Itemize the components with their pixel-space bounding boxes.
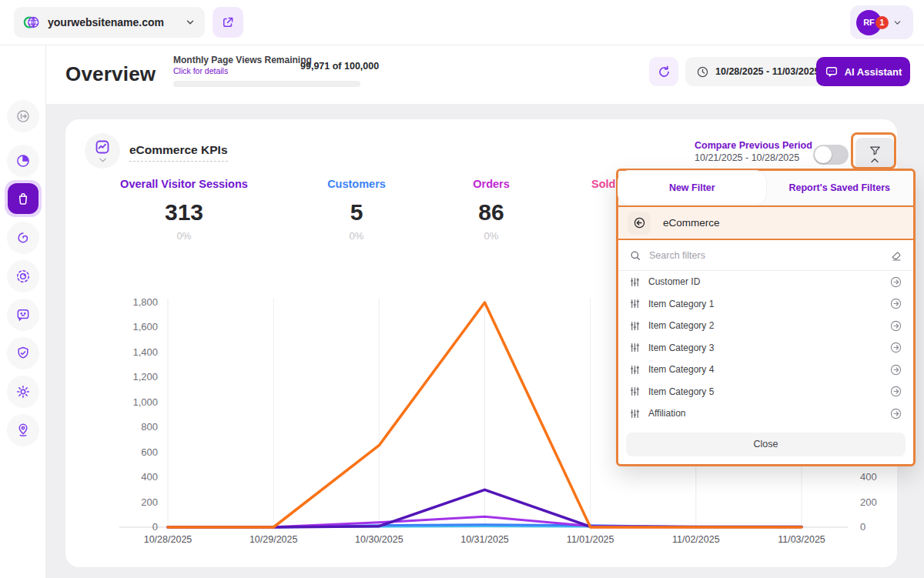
filter-item-label: Item Category 3 <box>648 342 882 353</box>
notification-badge: 1 <box>875 16 889 29</box>
sidebar-item-ecommerce[interactable] <box>5 180 42 217</box>
svg-text:200: 200 <box>141 496 158 508</box>
refresh-icon <box>657 65 671 79</box>
filter-list-item[interactable]: Affiliation <box>618 403 913 425</box>
svg-text:1,400: 1,400 <box>132 346 158 358</box>
filter-close-wrap: Close <box>618 425 913 464</box>
circle-arrow-right-icon[interactable] <box>889 363 902 376</box>
swirl-icon <box>15 230 31 246</box>
tab-saved-filters[interactable]: Report's Saved Filters <box>766 171 914 205</box>
sliders-icon <box>629 364 641 376</box>
shield-check-icon <box>15 346 31 361</box>
circle-arrow-right-icon[interactable] <box>889 319 902 332</box>
circle-arrow-left-icon <box>633 216 646 229</box>
website-selector[interactable]: yourwebsitename.com <box>14 7 205 38</box>
chat-bubble-icon <box>15 307 31 322</box>
sliders-icon <box>629 320 641 332</box>
avatar: RF 1 <box>856 10 882 35</box>
filter-item-label: Affiliation <box>648 408 882 419</box>
refresh-button[interactable] <box>649 57 678 86</box>
sidebar-item-dashboard[interactable] <box>7 145 39 177</box>
svg-text:400: 400 <box>860 471 877 483</box>
filter-panel: New Filter Report's Saved Filters eComme… <box>616 169 916 466</box>
svg-text:0: 0 <box>152 521 158 533</box>
chevron-down-icon <box>892 18 902 28</box>
app-root: yourwebsitename.com RF 1 <box>0 0 924 578</box>
tab-new-filter[interactable]: New Filter <box>618 171 766 205</box>
filter-tabs: New Filter Report's Saved Filters <box>618 171 913 205</box>
top-bar: yourwebsitename.com RF 1 <box>0 0 924 45</box>
sliders-icon <box>629 298 641 309</box>
sidebar-item-feedback[interactable] <box>7 299 39 331</box>
chevron-down-icon <box>185 17 196 28</box>
user-menu[interactable]: RF 1 <box>850 5 913 39</box>
sidebar-item-settings[interactable] <box>7 376 39 408</box>
filter-list-item[interactable]: Item Category 5 <box>618 381 913 403</box>
date-range-value: 10/28/2025 - 11/03/2025 <box>715 66 820 77</box>
filter-item-label: Customer ID <box>648 276 882 287</box>
sliders-icon <box>629 386 641 397</box>
map-pin-icon <box>15 423 31 438</box>
lens-icon <box>15 269 31 284</box>
sidebar-item-privacy[interactable] <box>7 337 39 369</box>
back-button[interactable] <box>628 212 651 235</box>
search-icon <box>629 249 641 262</box>
svg-text:400: 400 <box>141 471 158 483</box>
sliders-icon <box>629 408 641 419</box>
pie-chart-icon <box>15 153 31 169</box>
sidebar-item-locations[interactable] <box>7 414 39 446</box>
pageviews-details-link[interactable]: Click for details <box>173 66 312 75</box>
eraser-icon[interactable] <box>890 249 902 262</box>
filter-list-item[interactable]: Customer ID <box>618 271 913 293</box>
ai-assistant-label: AI Assistant <box>845 66 902 78</box>
svg-text:11/02/2025: 11/02/2025 <box>672 534 720 545</box>
chat-icon <box>825 65 839 79</box>
website-name: yourwebsitename.com <box>48 16 177 28</box>
svg-text:1,200: 1,200 <box>132 371 158 383</box>
shopping-bag-icon <box>15 191 31 206</box>
svg-text:200: 200 <box>860 496 877 508</box>
filter-list-item[interactable]: Item Category 3 <box>618 337 913 359</box>
filter-group-row: eCommerce <box>618 205 913 240</box>
svg-text:1,000: 1,000 <box>132 396 158 408</box>
filter-item-label: Item Category 1 <box>648 299 882 309</box>
circle-arrow-right-icon[interactable] <box>889 276 902 289</box>
page-header: Overview Monthly Page Views Remaining Cl… <box>46 45 924 104</box>
filter-item-label: Item Category 4 <box>648 364 882 375</box>
gear-icon <box>15 384 31 399</box>
pageviews-value: 99,971 of 100,000 <box>300 61 379 72</box>
sidebar-item-behavior[interactable] <box>7 222 39 254</box>
filter-list-item[interactable]: Item Category 2 <box>618 315 913 337</box>
svg-text:10/30/2025: 10/30/2025 <box>355 534 403 545</box>
circle-arrow-right-icon[interactable] <box>889 297 902 310</box>
circle-arrow-right-icon[interactable] <box>889 385 902 398</box>
circle-arrow-right-icon[interactable] <box>889 407 902 420</box>
filter-list: Customer ID Item Category 1 Item Categor… <box>618 271 913 425</box>
search-input[interactable] <box>649 250 882 261</box>
svg-text:0: 0 <box>860 521 865 533</box>
pageviews-block: Monthly Page Views Remaining Click for d… <box>173 55 312 75</box>
globe-icon <box>23 14 40 31</box>
filter-list-item[interactable]: Item Category 4 <box>618 359 913 381</box>
pageviews-progress-bar <box>173 81 360 87</box>
svg-text:11/03/2025: 11/03/2025 <box>778 534 825 545</box>
sidebar-nav <box>0 45 46 578</box>
filter-list-item[interactable]: Item Category 1 <box>618 293 913 316</box>
ai-assistant-button[interactable]: AI Assistant <box>816 57 910 86</box>
filter-search-row <box>618 240 913 271</box>
collapse-arrow-icon <box>15 109 31 124</box>
open-website-button[interactable] <box>213 7 243 38</box>
page-title: Overview <box>65 62 156 86</box>
circle-arrow-right-icon[interactable] <box>889 341 902 354</box>
sidebar-item-recordings[interactable] <box>7 260 39 292</box>
sliders-icon <box>629 342 641 353</box>
external-link-icon <box>221 15 235 29</box>
close-button[interactable]: Close <box>626 433 906 456</box>
sliders-icon <box>629 276 641 288</box>
sidebar-item-collapse[interactable] <box>7 100 39 132</box>
pageviews-label: Monthly Page Views Remaining <box>173 55 312 65</box>
svg-text:10/28/2025: 10/28/2025 <box>144 534 192 545</box>
svg-text:1,800: 1,800 <box>132 296 158 308</box>
svg-text:1,600: 1,600 <box>132 321 158 332</box>
svg-text:10/31/2025: 10/31/2025 <box>460 534 509 545</box>
